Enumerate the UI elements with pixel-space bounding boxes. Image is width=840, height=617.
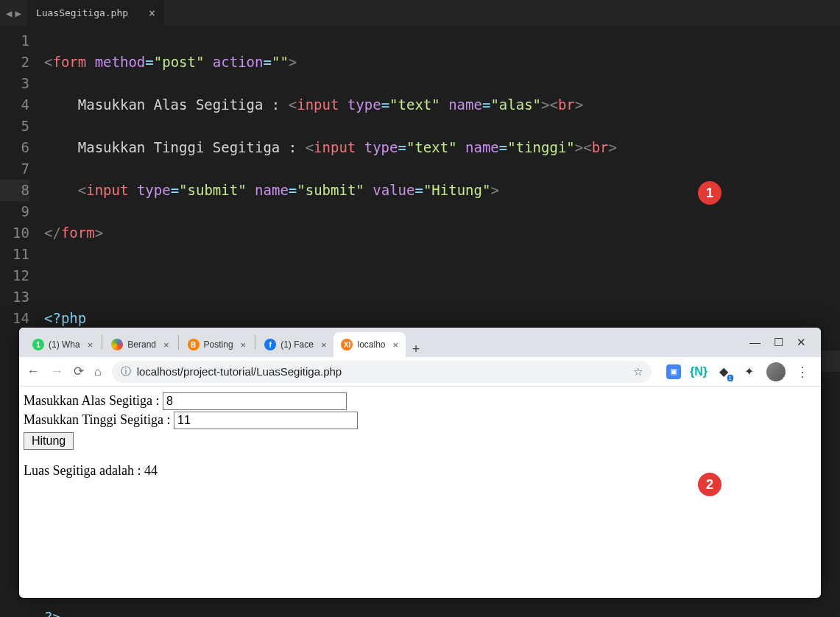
star-icon[interactable]: ☆ <box>633 365 643 378</box>
editor-nav-arrows: ◀ ▶ <box>0 7 27 19</box>
close-icon[interactable]: × <box>321 339 327 350</box>
browser-window: 1 (1) Wha × Berand × B Posting × f (1) F… <box>19 328 821 598</box>
browser-tabs: 1 (1) Wha × Berand × B Posting × f (1) F… <box>19 328 735 357</box>
info-icon[interactable]: ⓘ <box>121 365 131 378</box>
close-window-icon[interactable]: ✕ <box>797 336 806 349</box>
menu-icon[interactable]: ⋮ <box>796 364 809 380</box>
browser-tab-posting[interactable]: B Posting × <box>180 332 254 357</box>
close-icon[interactable]: × <box>163 339 169 350</box>
notion-extension-icon[interactable]: {N} <box>691 364 706 379</box>
url-text: localhost/project-tutorial/LuasSegitiga.… <box>137 365 342 378</box>
home-button[interactable]: ⌂ <box>94 365 102 378</box>
blogger-icon: B <box>188 339 200 350</box>
close-icon[interactable]: × <box>241 339 247 350</box>
form-row-tinggi: Masukkan Tinggi Segitiga : <box>24 412 816 429</box>
annotation-2: 2 <box>698 473 721 496</box>
editor-tab-bar: ◀ ▶ LuasSegitiga.php × <box>0 0 840 26</box>
result-text: Luas Segitiga adalah : 44 <box>24 463 816 479</box>
browser-tab-facebook[interactable]: f (1) Face × <box>257 332 333 357</box>
annotation-1: 1 <box>698 181 721 205</box>
alas-input[interactable] <box>163 392 347 410</box>
page-content: Masukkan Alas Segitiga : Masukkan Tinggi… <box>19 387 821 484</box>
browser-tab-beranda[interactable]: Berand × <box>104 332 176 357</box>
adsense-icon <box>111 339 123 350</box>
cube-extension-icon[interactable]: ◆1 <box>716 364 731 379</box>
facebook-icon: f <box>264 339 276 350</box>
back-icon[interactable]: ◀ <box>6 7 12 19</box>
browser-titlebar: 1 (1) Wha × Berand × B Posting × f (1) F… <box>19 328 821 357</box>
tinggi-label: Masukkan Tinggi Segitiga : <box>24 412 174 427</box>
close-icon[interactable]: × <box>88 339 93 350</box>
zoom-extension-icon[interactable]: ▣ <box>666 364 681 379</box>
forward-icon[interactable]: ▶ <box>15 7 21 19</box>
browser-toolbar: ← → ⟳ ⌂ ⓘ localhost/project-tutorial/Lua… <box>19 357 821 387</box>
close-icon[interactable]: × <box>149 7 155 20</box>
browser-tab-localhost[interactable]: ΧΙ localho × <box>333 332 406 357</box>
tinggi-input[interactable] <box>174 412 358 429</box>
minimize-icon[interactable]: — <box>749 336 760 349</box>
hitung-button[interactable]: Hitung <box>24 432 74 450</box>
browser-tab-whatsapp[interactable]: 1 (1) Wha × <box>25 332 100 357</box>
alas-label: Masukkan Alas Segitiga : <box>24 393 163 408</box>
editor-tab-label: LuasSegitiga.php <box>36 7 128 18</box>
close-icon[interactable]: × <box>393 339 399 350</box>
browser-actions: ▣ {N} ◆1 ✦ ⋮ <box>662 362 813 381</box>
new-tab-button[interactable]: + <box>406 342 426 357</box>
forward-button[interactable]: → <box>50 364 63 379</box>
reload-button[interactable]: ⟳ <box>74 364 84 379</box>
extensions-icon[interactable]: ✦ <box>741 364 756 379</box>
whatsapp-icon: 1 <box>32 339 44 350</box>
address-bar[interactable]: ⓘ localhost/project-tutorial/LuasSegitig… <box>112 361 652 383</box>
editor-tab[interactable]: LuasSegitiga.php × <box>27 0 164 26</box>
profile-avatar[interactable] <box>766 362 786 381</box>
maximize-icon[interactable]: ☐ <box>774 336 783 349</box>
window-controls: — ☐ ✕ <box>735 336 821 349</box>
form-row-alas: Masukkan Alas Segitiga : <box>24 392 816 410</box>
back-button[interactable]: ← <box>27 364 40 379</box>
xampp-icon: ΧΙ <box>341 339 353 350</box>
